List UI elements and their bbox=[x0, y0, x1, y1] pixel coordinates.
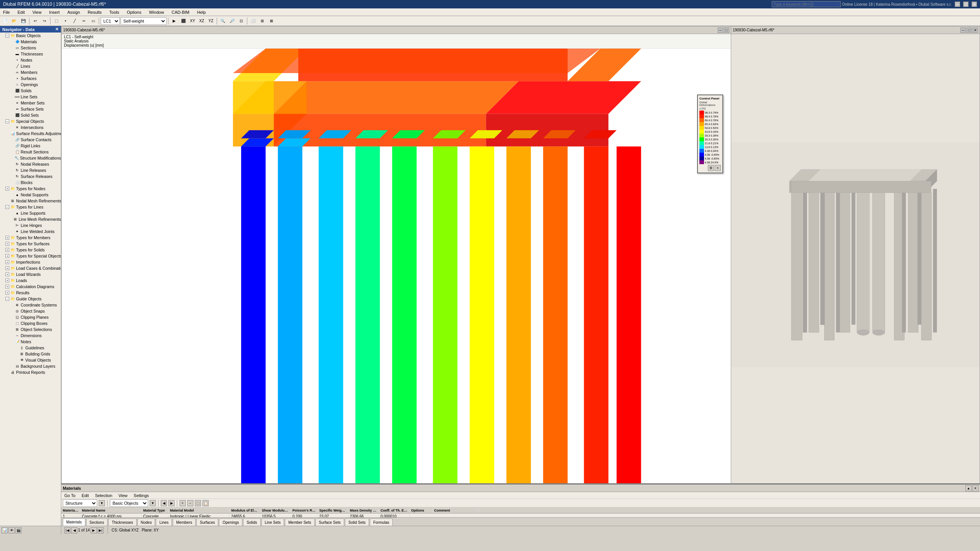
mat-menu-edit[interactable]: Edit bbox=[80, 493, 90, 498]
tree-item-types-for-members[interactable]: +📁Types for Members bbox=[0, 235, 61, 241]
minimize-button[interactable]: ─ bbox=[955, 2, 960, 7]
tree-item-types-for-nodes[interactable]: +📁Types for Nodes bbox=[0, 186, 61, 192]
mat-add-btn[interactable]: + bbox=[180, 500, 186, 506]
save-btn[interactable]: 💾 bbox=[19, 17, 28, 25]
tree-item-nodal-releases[interactable]: ↻Nodal Releases bbox=[0, 161, 61, 167]
nav-icon-2[interactable]: 👁 bbox=[8, 527, 15, 533]
page-prev[interactable]: ◀ bbox=[71, 527, 77, 533]
menu-item-insert[interactable]: Insert bbox=[47, 10, 61, 15]
expand-btn[interactable]: + bbox=[5, 272, 9, 276]
cp-btn2[interactable]: × bbox=[715, 165, 721, 171]
tree-item-loads[interactable]: +📁Loads bbox=[0, 277, 61, 284]
expand-btn[interactable]: − bbox=[5, 119, 9, 123]
tree-item-types-for-special-objects[interactable]: +📁Types for Special Objects bbox=[0, 253, 61, 259]
mat-menu-selection[interactable]: Selection bbox=[93, 493, 114, 498]
view-xz[interactable]: XZ bbox=[198, 17, 206, 25]
surface-btn[interactable]: ▭ bbox=[89, 17, 97, 25]
expand-btn[interactable]: − bbox=[5, 34, 9, 37]
tree-item-building-grids[interactable]: ⊞Building Grids bbox=[0, 351, 61, 357]
menu-item-help[interactable]: Help bbox=[196, 10, 207, 15]
member-btn[interactable]: ═ bbox=[80, 17, 88, 25]
open-btn[interactable]: 📂 bbox=[10, 17, 18, 25]
tree-item-surface-contacts[interactable]: 🔗Surface Contacts bbox=[0, 137, 61, 143]
tree-item-line-hinges[interactable]: ⊢Line Hinges bbox=[0, 222, 61, 228]
tree-item-results[interactable]: +📁Results bbox=[0, 290, 61, 296]
tab-materials[interactable]: Materials bbox=[63, 518, 85, 526]
run-btn[interactable]: ▶ bbox=[170, 17, 178, 25]
tab-lines[interactable]: Lines bbox=[156, 518, 172, 526]
menu-item-edit[interactable]: Edit bbox=[16, 10, 26, 15]
expand-btn[interactable]: + bbox=[5, 266, 9, 270]
nav-icon-3[interactable]: 🎬 bbox=[15, 527, 21, 533]
expand-btn[interactable]: + bbox=[5, 285, 9, 289]
tab-formulas[interactable]: Formulas bbox=[370, 518, 393, 526]
tree-item-openings[interactable]: ○Openings bbox=[0, 82, 61, 88]
page-last[interactable]: ▶| bbox=[98, 527, 104, 533]
vpr-close-btn[interactable]: ✕ bbox=[973, 28, 978, 33]
expand-btn[interactable]: + bbox=[5, 187, 9, 191]
mat-copy-btn[interactable]: ⬚ bbox=[195, 500, 201, 506]
search-input[interactable] bbox=[772, 1, 841, 7]
menu-item-options[interactable]: Options bbox=[125, 10, 143, 15]
tree-item-object-snaps[interactable]: ◎Object Snaps bbox=[0, 308, 61, 314]
expand-btn[interactable]: + bbox=[5, 248, 9, 252]
menu-item-cad-bim[interactable]: CAD-BIM bbox=[170, 10, 191, 15]
mat-del-btn[interactable]: − bbox=[187, 500, 193, 506]
mat-menu-settings[interactable]: Settings bbox=[132, 493, 150, 498]
line-btn[interactable]: ╱ bbox=[70, 17, 79, 25]
tree-item-coordinate-systems[interactable]: ⊕Coordinate Systems bbox=[0, 302, 61, 308]
mat-close-btn[interactable]: ✕ bbox=[972, 485, 978, 491]
tree-item-nodes[interactable]: •Nodes bbox=[0, 57, 61, 63]
tree-item-thicknesses[interactable]: ▬Thicknesses bbox=[0, 51, 61, 57]
cp-btn1[interactable]: ⚙ bbox=[708, 165, 714, 171]
tree-item-special-objects[interactable]: −📁Special Objects bbox=[0, 118, 61, 124]
tree-item-structure-modifications[interactable]: 🔧Structure Modifications bbox=[0, 155, 61, 161]
select-btn[interactable]: ⬚ bbox=[52, 17, 60, 25]
nav-close-btn[interactable]: ✕ bbox=[55, 27, 59, 32]
tree-item-types-for-lines[interactable]: −📁Types for Lines bbox=[0, 204, 61, 210]
tree-item-surface-releases[interactable]: ↻Surface Releases bbox=[0, 173, 61, 179]
tree-item-imperfections[interactable]: +📁Imperfections bbox=[0, 259, 61, 265]
tree-item-surface-sets[interactable]: ▪▪Surface Sets bbox=[0, 106, 61, 112]
tab-openings[interactable]: Openings bbox=[219, 518, 242, 526]
node-btn[interactable]: • bbox=[61, 17, 70, 25]
loadcase-combo[interactable]: Self-weight bbox=[121, 17, 167, 25]
mat-nav-next[interactable]: ▶ bbox=[168, 500, 175, 506]
tree-item-object-selections[interactable]: ⊞Object Selections bbox=[0, 326, 61, 333]
tab-surfaces[interactable]: Surfaces bbox=[196, 518, 218, 526]
zoom-out[interactable]: 🔎 bbox=[228, 17, 236, 25]
expand-btn[interactable]: + bbox=[5, 242, 9, 246]
wire-btn[interactable]: ⊞ bbox=[258, 17, 266, 25]
expand-btn[interactable]: + bbox=[5, 236, 9, 240]
mat-expand-btn[interactable]: ▲ bbox=[965, 485, 972, 491]
tab-line-sets[interactable]: Line Sets bbox=[261, 518, 284, 526]
tree-item-line-sets[interactable]: ══Line Sets bbox=[0, 94, 61, 100]
3d-model-left[interactable]: Control Panel Global Deformations u [%] … bbox=[62, 49, 731, 484]
vpr-max-btn[interactable]: □ bbox=[967, 28, 972, 33]
lc-combo[interactable]: LC1 bbox=[101, 17, 120, 25]
nav-icon-1[interactable]: 📊 bbox=[2, 527, 8, 533]
view3d-btn[interactable]: ⬛ bbox=[179, 17, 188, 25]
tree-item-member-sets[interactable]: ≡Member Sets bbox=[0, 100, 61, 106]
tree-item-notes[interactable]: 📝Notes bbox=[0, 339, 61, 345]
vp-max-btn[interactable]: □ bbox=[724, 28, 729, 33]
zoom-in[interactable]: 🔍 bbox=[219, 17, 227, 25]
expand-btn[interactable]: − bbox=[5, 297, 9, 301]
tree-item-types-for-solids[interactable]: +📁Types for Solids bbox=[0, 247, 61, 253]
page-next[interactable]: ▶ bbox=[91, 527, 97, 533]
mat-nav-prev[interactable]: ◀ bbox=[161, 500, 167, 506]
tree-item-line-supports[interactable]: ▲Line Supports bbox=[0, 210, 61, 216]
tree-item-background-layers[interactable]: 🗂Background Layers bbox=[0, 363, 61, 369]
tree-item-nodal-supports[interactable]: ▲Nodal Supports bbox=[0, 192, 61, 198]
mat-objects-combo[interactable]: Basic Objects bbox=[110, 499, 148, 507]
expand-btn[interactable]: + bbox=[5, 254, 9, 258]
menu-item-view[interactable]: View bbox=[31, 10, 43, 15]
tab-solid-sets[interactable]: Solid Sets bbox=[345, 518, 369, 526]
tree-item-nodal-mesh-refinements[interactable]: ⊞Nodal Mesh Refinements bbox=[0, 198, 61, 204]
new-btn[interactable]: 📄 bbox=[1, 17, 9, 25]
expand-btn[interactable]: + bbox=[5, 279, 9, 282]
tab-sections[interactable]: Sections bbox=[86, 518, 108, 526]
tab-thicknesses[interactable]: Thicknesses bbox=[108, 518, 137, 526]
tree-item-printout-reports[interactable]: 🖨Printout Reports bbox=[0, 369, 61, 375]
tree-item-lines[interactable]: ╱Lines bbox=[0, 63, 61, 69]
